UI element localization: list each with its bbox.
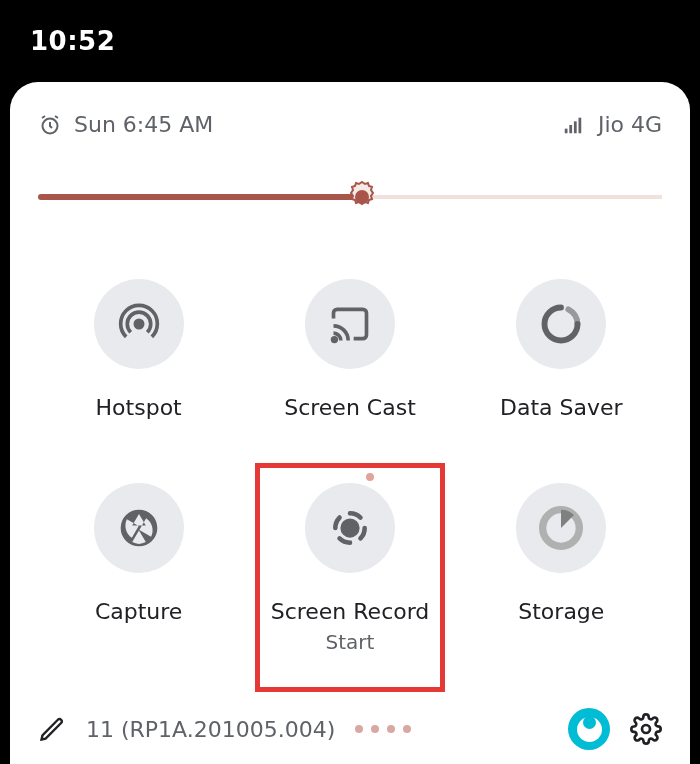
carrier-label: Jio 4G — [598, 112, 662, 137]
svg-point-10 — [642, 725, 650, 733]
tile-hotspot[interactable]: Hotspot — [38, 265, 239, 451]
edit-icon[interactable] — [38, 715, 66, 743]
brightness-slider[interactable] — [38, 167, 662, 227]
device-status-bar: 10:52 — [0, 0, 700, 82]
svg-rect-1 — [565, 128, 568, 133]
cast-icon — [305, 279, 395, 369]
hotspot-icon — [94, 279, 184, 369]
storage-icon — [516, 483, 606, 573]
gear-icon[interactable] — [630, 713, 662, 745]
slider-thumb[interactable] — [344, 179, 380, 215]
tiles-grid: Hotspot Screen Cast Data Saver — [38, 265, 662, 684]
slider-fill — [38, 194, 362, 200]
tile-label: Storage — [518, 599, 604, 625]
alarm-text: Sun 6:45 AM — [74, 112, 213, 137]
alarm-icon — [38, 113, 62, 137]
build-label: 11 (RP1A.201005.004) — [86, 717, 335, 742]
tile-data-saver[interactable]: Data Saver — [461, 265, 662, 451]
svg-rect-4 — [578, 117, 581, 133]
tile-label: Hotspot — [96, 395, 182, 421]
tile-capture[interactable]: Capture — [38, 469, 239, 683]
tile-screen-record[interactable]: Screen Record Start — [249, 469, 450, 683]
data-saver-icon — [516, 279, 606, 369]
svg-point-7 — [333, 338, 337, 342]
tile-storage[interactable]: Storage — [461, 469, 662, 683]
page-dots[interactable] — [355, 725, 411, 733]
alarm-block[interactable]: Sun 6:45 AM — [38, 112, 213, 137]
tile-label: Capture — [95, 599, 182, 625]
panel-header: Sun 6:45 AM Jio 4G — [38, 112, 662, 137]
shutter-icon — [94, 483, 184, 573]
tile-screen-cast[interactable]: Screen Cast — [249, 265, 450, 451]
tile-label: Screen Cast — [284, 395, 416, 421]
status-time: 10:52 — [30, 26, 115, 56]
svg-rect-2 — [569, 125, 572, 133]
svg-point-5 — [355, 190, 369, 204]
selection-highlight — [255, 463, 444, 691]
panel-footer: 11 (RP1A.201005.004) — [38, 694, 662, 764]
tile-label: Data Saver — [500, 395, 623, 421]
user-avatar[interactable] — [568, 708, 610, 750]
svg-point-6 — [135, 320, 142, 327]
signal-icon — [562, 114, 584, 136]
svg-rect-3 — [574, 121, 577, 133]
quick-settings-panel: Sun 6:45 AM Jio 4G — [10, 82, 690, 764]
